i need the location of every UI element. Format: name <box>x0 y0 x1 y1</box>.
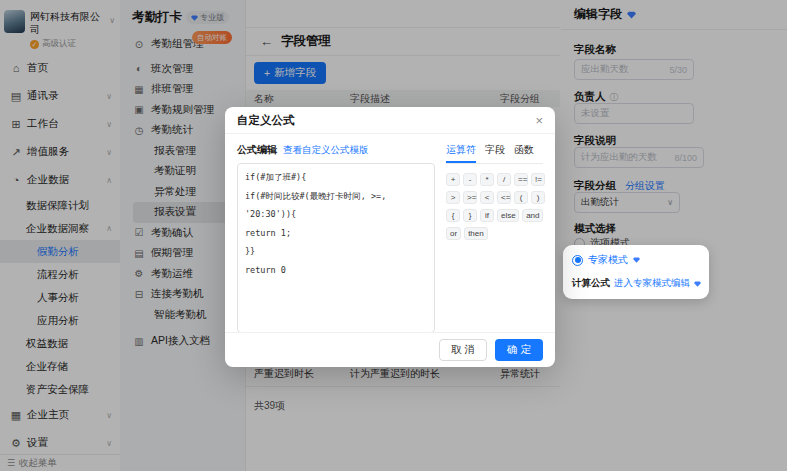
operator-brace-open[interactable]: { <box>446 209 460 222</box>
operator-and[interactable]: and <box>522 209 543 222</box>
code-line: return 0 <box>245 261 427 280</box>
operator-or[interactable]: or <box>446 227 461 240</box>
formula-label: 计算公式 <box>572 277 610 290</box>
operator-gte[interactable]: >= <box>463 191 477 204</box>
operator-equal[interactable]: == <box>514 173 528 186</box>
operator-gt[interactable]: > <box>446 191 460 204</box>
expert-mode-spotlight: 专家模式 计算公式 进入专家模式编辑 <box>563 245 709 299</box>
view-formula-template-link[interactable]: 查看自定义公式模版 <box>283 144 369 157</box>
app-window: 网钉科技有限公司 ✓ 高级认证 ∨ ⌂ 首页 ▤ 通讯录 ∨ ⊞ 工作台 ∨ <box>0 0 787 471</box>
operator-multiply[interactable]: * <box>480 173 494 186</box>
modal-title: 自定义公式 <box>237 113 295 128</box>
operator-lt[interactable]: < <box>480 191 494 204</box>
formula-code-editor[interactable]: if(#加了班#){ if(#时间比较#(最晚打卡时间, >=, '20:30'… <box>237 163 435 333</box>
code-line: return 1; <box>245 224 427 243</box>
tab-operators[interactable]: 运算符 <box>446 143 476 163</box>
vip-diamond-icon <box>694 281 701 287</box>
operator-divide[interactable]: / <box>497 173 511 186</box>
operator-paren-open[interactable]: ( <box>514 191 528 204</box>
code-line: if(#时间比较#(最晚打卡时间, >=, '20:30')){ <box>245 187 427 224</box>
vip-diamond-icon <box>633 257 640 263</box>
formula-editor-label: 公式编辑 <box>237 143 277 157</box>
operator-else[interactable]: else <box>497 209 519 222</box>
tab-fields[interactable]: 字段 <box>485 143 505 163</box>
operator-brace-close[interactable]: } <box>463 209 477 222</box>
operator-minus[interactable]: - <box>463 173 477 186</box>
operator-paren-close[interactable]: ) <box>531 191 545 204</box>
radio-selected-icon <box>572 255 583 266</box>
operator-plus[interactable]: + <box>446 173 460 186</box>
enter-expert-mode-link[interactable]: 进入专家模式编辑 <box>614 277 690 290</box>
operator-if[interactable]: if <box>480 209 494 222</box>
expert-mode-radio[interactable]: 专家模式 <box>572 253 700 267</box>
cancel-button[interactable]: 取 消 <box>439 339 487 361</box>
code-line: if(#加了班#){ <box>245 168 427 187</box>
close-icon[interactable]: × <box>535 113 543 128</box>
operator-then[interactable]: then <box>464 227 488 240</box>
insert-tabs: 运算符 字段 函数 <box>446 143 543 164</box>
operator-lte[interactable]: <= <box>497 191 511 204</box>
tab-functions[interactable]: 函数 <box>514 143 534 163</box>
code-line: }} <box>245 242 427 261</box>
operator-not-equal[interactable]: != <box>531 173 545 186</box>
confirm-button[interactable]: 确 定 <box>495 339 543 361</box>
custom-formula-modal: 自定义公式 × 公式编辑 查看自定义公式模版 if(#加了班#){ if(#时间… <box>225 107 555 367</box>
